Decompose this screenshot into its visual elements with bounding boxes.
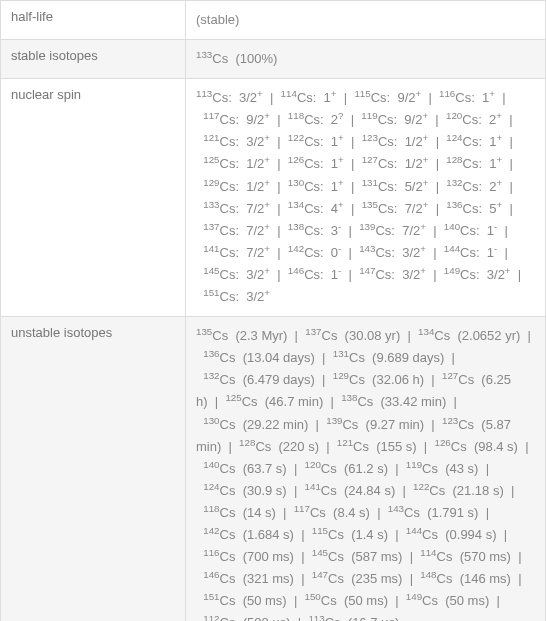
- property-value: 113Cs: 3/2+ | 114Cs: 1+ | 115Cs: 9/2+ | …: [186, 79, 545, 316]
- table-row: half-life(stable): [1, 1, 545, 40]
- properties-table: half-life(stable)stable isotopes133Cs (1…: [0, 0, 546, 621]
- property-value: 133Cs (100%): [186, 40, 545, 78]
- property-value: (stable): [186, 1, 545, 39]
- property-label: nuclear spin: [1, 79, 186, 316]
- table-row: stable isotopes133Cs (100%): [1, 40, 545, 79]
- table-row: nuclear spin113Cs: 3/2+ | 114Cs: 1+ | 11…: [1, 79, 545, 317]
- property-label: stable isotopes: [1, 40, 186, 78]
- property-value: 135Cs (2.3 Myr) | 137Cs (30.08 yr) | 134…: [186, 317, 545, 621]
- property-label: unstable isotopes: [1, 317, 186, 621]
- property-label: half-life: [1, 1, 186, 39]
- table-row: unstable isotopes135Cs (2.3 Myr) | 137Cs…: [1, 317, 545, 621]
